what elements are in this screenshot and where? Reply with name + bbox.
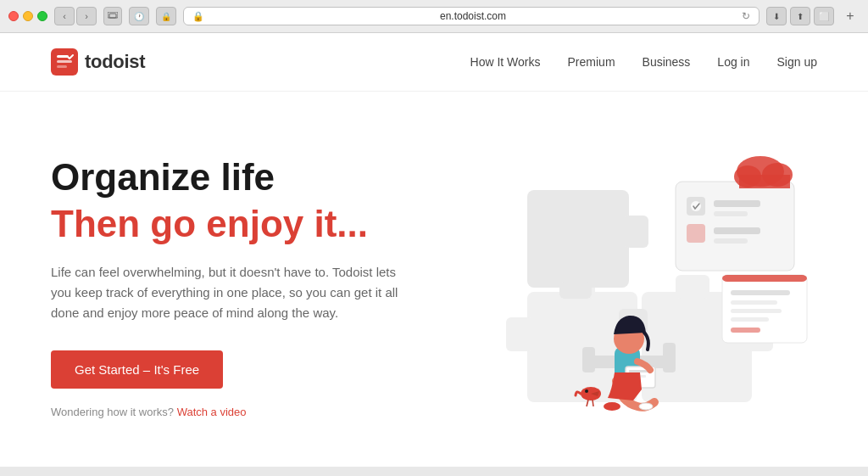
maximize-button[interactable] xyxy=(37,11,47,21)
cta-button[interactable]: Get Started – It's Free xyxy=(51,350,223,389)
svg-rect-37 xyxy=(663,343,676,372)
svg-rect-21 xyxy=(714,227,760,234)
svg-point-48 xyxy=(604,402,620,411)
hero-description: Life can feel overwhelming, but it doesn… xyxy=(51,262,407,323)
svg-line-47 xyxy=(593,400,593,406)
hero-illustration xyxy=(458,126,817,449)
reload-icon: ↻ xyxy=(742,10,750,22)
svg-rect-4 xyxy=(57,60,72,63)
tab-view-button[interactable] xyxy=(103,7,122,25)
svg-rect-25 xyxy=(722,275,807,282)
download-button[interactable]: ⬇ xyxy=(766,7,787,25)
svg-point-23 xyxy=(691,201,701,211)
nav-buttons: ‹ › xyxy=(54,7,97,25)
svg-rect-5 xyxy=(57,65,67,68)
logo[interactable]: todoist xyxy=(51,48,145,76)
nav-signup[interactable]: Sign up xyxy=(777,55,817,69)
address-bar[interactable]: 🔒 en.todoist.com ↻ xyxy=(183,7,760,25)
svg-rect-36 xyxy=(582,347,595,372)
svg-rect-3 xyxy=(57,55,69,58)
minimize-button[interactable] xyxy=(23,11,33,21)
svg-rect-8 xyxy=(506,317,533,351)
nav-links: How It Works Premium Business Log in Sig… xyxy=(470,55,817,69)
nav-business[interactable]: Business xyxy=(643,55,691,69)
hero-section: Organize life Then go enjoy it... Life c… xyxy=(0,92,868,466)
svg-rect-18 xyxy=(714,200,760,207)
history-button[interactable]: 🕐 xyxy=(129,7,149,25)
svg-rect-26 xyxy=(731,290,790,295)
back-button[interactable]: ‹ xyxy=(54,7,75,25)
url-text: en.todoist.com xyxy=(209,10,737,22)
close-button[interactable] xyxy=(8,11,19,21)
illustration-svg xyxy=(459,139,815,436)
logo-text: todoist xyxy=(85,51,145,73)
hero-title-black: Organize life xyxy=(51,156,458,199)
watch-video-container: Wondering how it works? Watch a video xyxy=(51,406,458,418)
svg-rect-29 xyxy=(731,317,769,322)
nav-premium[interactable]: Premium xyxy=(568,55,615,69)
hero-title-red: Then go enjoy it... xyxy=(51,203,458,246)
navbar: todoist How It Works Premium Business Lo… xyxy=(0,33,868,92)
browser-toolbar: ‹ › 🕐 🔒 🔒 en.todoist.com ↻ ⬇ ⬆ ⬜ + xyxy=(8,7,860,32)
svg-rect-1 xyxy=(109,14,116,18)
svg-rect-15 xyxy=(559,282,592,299)
svg-rect-14 xyxy=(625,216,648,248)
lock-icon: 🔒 xyxy=(192,11,204,22)
svg-rect-19 xyxy=(714,211,748,216)
browser-chrome: ‹ › 🕐 🔒 🔒 en.todoist.com ↻ ⬇ ⬆ ⬜ + xyxy=(0,0,868,33)
svg-rect-27 xyxy=(731,300,777,305)
svg-rect-13 xyxy=(527,190,629,288)
watch-video-prefix: Wondering how it works? Watch a video xyxy=(51,406,458,418)
watch-video-link[interactable]: Watch a video xyxy=(177,406,247,418)
hero-content: Organize life Then go enjoy it... Life c… xyxy=(51,156,458,418)
extensions-button[interactable]: ⬜ xyxy=(814,7,834,25)
nav-how-it-works[interactable]: How It Works xyxy=(470,55,541,69)
forward-button[interactable]: › xyxy=(76,7,97,25)
website-content: todoist How It Works Premium Business Lo… xyxy=(0,33,868,467)
svg-rect-22 xyxy=(714,238,748,244)
nav-login[interactable]: Log in xyxy=(717,55,749,69)
svg-point-45 xyxy=(585,389,588,393)
traffic-lights xyxy=(8,11,47,21)
security-button[interactable]: 🔒 xyxy=(156,7,176,25)
share-button[interactable]: ⬆ xyxy=(790,7,810,25)
svg-rect-34 xyxy=(739,175,790,188)
svg-rect-10 xyxy=(676,275,709,299)
browser-actions: ⬇ ⬆ ⬜ xyxy=(766,7,834,25)
new-tab-button[interactable]: + xyxy=(841,7,860,25)
logo-icon xyxy=(51,48,78,76)
svg-point-49 xyxy=(639,403,653,410)
svg-rect-30 xyxy=(731,328,760,333)
svg-rect-20 xyxy=(687,224,705,243)
svg-rect-28 xyxy=(731,309,782,313)
